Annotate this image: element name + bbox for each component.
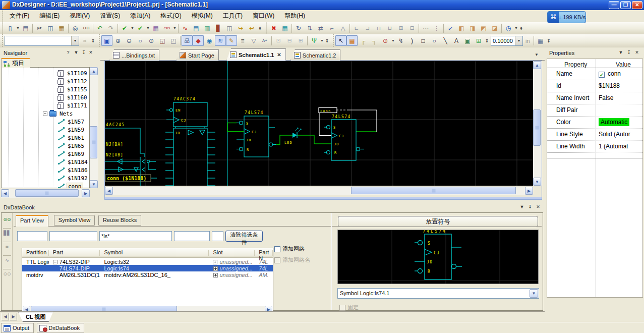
import-button[interactable]: ↪	[235, 23, 246, 33]
flip-horizontal-button[interactable]: ⇄	[315, 23, 326, 33]
filter-field-1[interactable]	[49, 231, 97, 241]
zoom-selection-button[interactable]: ⊙	[146, 35, 157, 46]
sheet-prev-button[interactable]: ◀	[2, 313, 9, 320]
navigator-help-button[interactable]: ?	[65, 49, 72, 56]
delete-button[interactable]: ✖	[268, 23, 279, 33]
sheet-tab[interactable]: CL 视图	[18, 312, 53, 322]
databook-menu-button[interactable]: ▼	[518, 204, 525, 210]
tree-item-$1N61[interactable]: $1N61	[58, 134, 85, 142]
name-checkbox[interactable]: ✓	[599, 72, 605, 78]
property-row-diff-pair[interactable]: Diff Pair	[547, 104, 642, 117]
tree-item-$1I132[interactable]: $1I132	[58, 77, 88, 85]
verify-button[interactable]: ✔	[119, 23, 130, 33]
tree-item-conn[interactable]: conn	[58, 182, 83, 188]
show-hierarchy-button[interactable]: 品	[182, 35, 193, 46]
distribute-h-button[interactable]: ⋯	[420, 23, 431, 33]
new-document-button[interactable]: ▯	[5, 23, 16, 33]
databook-close-button[interactable]: ✕	[535, 204, 542, 210]
dropdown-arrow-icon[interactable]: ▼	[130, 23, 135, 33]
bottom-tab-output[interactable]: Output	[1, 323, 34, 333]
parts-col-partition[interactable]: Partition	[22, 248, 49, 257]
parts-row-1[interactable]: 74LS74-DIPLogic:ls74unassigned...74L	[22, 265, 273, 271]
search-add-button[interactable]: ⊙⊙	[3, 217, 12, 226]
polygon-button[interactable]: △	[337, 23, 348, 33]
redo-button[interactable]: ↷	[105, 23, 116, 33]
zoom-in-button[interactable]: ⊕	[112, 35, 124, 46]
dropdown-arrow-icon[interactable]: ▼	[320, 35, 324, 46]
minimize-button[interactable]: —	[609, 1, 619, 9]
add-wire-button[interactable]: ┌	[358, 35, 369, 46]
rename-disabled-button[interactable]: ≈	[79, 35, 90, 46]
navigator-vscrollbar[interactable]: ▲ ▼	[90, 67, 98, 188]
ces-button[interactable]: CES	[161, 23, 172, 33]
find-button[interactable]: ⊙⊙	[81, 23, 92, 33]
toolbar-overflow-icon[interactable]: ▾▾	[546, 35, 552, 46]
send-back-button[interactable]: ◪	[489, 23, 500, 33]
search-settings-button[interactable]: ⊙⊙	[3, 271, 12, 281]
dropdown-arrow-icon[interactable]: ▼	[172, 23, 177, 33]
menu-item-0[interactable]: 文件(F)	[5, 10, 34, 22]
edit-sheet-button[interactable]: ✎	[226, 35, 237, 46]
parts-row-0[interactable]: TTL Logic74LS32-DIPLogic:ls32unassigned.…	[22, 258, 273, 265]
align-top-button[interactable]: ⊓	[373, 23, 384, 33]
zoom-window-button[interactable]: ○	[135, 35, 146, 46]
push-schematic-button[interactable]: ◱	[157, 35, 168, 46]
toolbar-overflow-icon[interactable]: ▾▾	[484, 35, 490, 46]
place-symbol-button[interactable]: 放置符号	[338, 216, 538, 227]
undo-button[interactable]: ↶	[94, 23, 105, 33]
tree-item-$1N65[interactable]: $1N65	[58, 142, 85, 150]
bottom-tab-dxdatabook[interactable]: DxDataBook	[37, 323, 84, 333]
align-center-h-button[interactable]: ⊟	[406, 23, 418, 33]
toolbar-overflow-icon[interactable]: ▾▾	[90, 35, 96, 46]
ungroup-button[interactable]: ◨	[467, 23, 478, 33]
navigator-close-button[interactable]: ✕	[87, 49, 94, 56]
align-center-v-button[interactable]: ⊞	[395, 23, 406, 33]
property-row-line-style[interactable]: Line StyleSolid (Autor	[547, 129, 642, 141]
filter-field-4[interactable]	[212, 231, 223, 241]
clear-filter-button[interactable]: ▽	[248, 35, 259, 46]
tree-item-$1N59[interactable]: $1N59	[58, 126, 85, 134]
show-nets-button[interactable]: ≋	[215, 35, 226, 46]
menu-item-5[interactable]: 格式(O)	[155, 10, 186, 22]
add-text-button[interactable]: A	[451, 35, 462, 46]
menu-item-8[interactable]: 窗口(W)	[248, 10, 279, 22]
align-right-button[interactable]: ⊐	[362, 23, 373, 33]
library-button[interactable]: ▊	[213, 23, 224, 33]
add-symbol-button[interactable]: ⊞	[473, 35, 484, 46]
add-part-button[interactable]: ▦	[346, 35, 358, 46]
rotate-button[interactable]: ↻	[293, 23, 304, 33]
menu-item-1[interactable]: 编辑(E)	[34, 10, 65, 22]
enlarge-text-button[interactable]: A+	[259, 35, 270, 46]
canvas-hscrollbar[interactable]: ◀ ▶	[105, 187, 533, 195]
canvas-vscrollbar[interactable]: ▲ ▼	[533, 61, 542, 186]
dropdown-arrow-icon[interactable]: ▼	[16, 23, 20, 33]
sheet-next-button[interactable]: ▶	[10, 313, 17, 320]
tree-item-$1I155[interactable]: $1I155	[58, 85, 88, 93]
waveform-button[interactable]: ∿	[180, 23, 191, 33]
toggle-grid-button[interactable]: ▦	[535, 35, 546, 46]
block-1-button[interactable]: ⊡	[273, 35, 284, 46]
property-row-color[interactable]: ColorAutomatic	[547, 117, 642, 129]
parts-col-symbol[interactable]: Symbol	[100, 248, 209, 257]
toolbar-drag-handle[interactable]	[1, 34, 4, 47]
toolbar-drag-handle[interactable]	[265, 22, 267, 34]
navigator-hscrollbar[interactable]: ◀ ▶	[1, 189, 90, 198]
close-button[interactable]: ✕	[632, 1, 642, 9]
doc-tab-start-page[interactable]: Start Page	[176, 49, 219, 61]
draw-arc-button[interactable]: )	[406, 35, 418, 46]
doc-tab----bindings-txt[interactable]: ...Bindings.txt	[109, 49, 159, 61]
databook-pin-button[interactable]: ↧	[526, 204, 534, 210]
tab-close-icon[interactable]: ✕	[277, 52, 281, 58]
tree-item-$1I171[interactable]: $1I171	[58, 101, 88, 109]
clear-filter-button[interactable]: 清除筛选条件	[225, 231, 263, 242]
align-left-button[interactable]: ⊏	[351, 23, 362, 33]
block-2-button[interactable]: ⊟	[284, 35, 295, 46]
tree-item-$1N57[interactable]: $1N57	[58, 118, 85, 126]
eco-button[interactable]: ▦	[150, 23, 161, 33]
tree-item-$1I160[interactable]: $1I160	[58, 93, 88, 101]
add-net-checkbox[interactable]: 添加网络	[274, 245, 305, 253]
doc-tab-schematic1-2[interactable]: Schematic1.2	[290, 49, 341, 61]
sheet-blocks-button[interactable]: ▥	[202, 23, 213, 33]
flip-vertical-button[interactable]: ⇅	[304, 23, 315, 33]
network-speed-overlay[interactable]: ⌘ ↓ 199 KB/s	[547, 11, 586, 23]
